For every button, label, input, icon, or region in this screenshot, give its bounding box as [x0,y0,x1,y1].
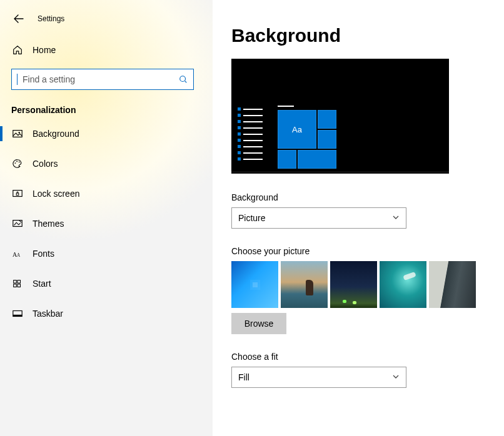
dropdown-value: Picture [238,213,266,223]
sidebar-item-label: Colors [33,159,58,169]
taskbar-icon [11,307,24,320]
preview-tile [318,110,336,129]
wallpaper-thumbnail[interactable] [429,261,476,308]
preview-taskbar [231,171,449,174]
sidebar-item-label: Fonts [33,249,54,259]
preview-start-header [278,106,294,107]
svg-text:A: A [17,253,21,258]
fit-dropdown[interactable]: Fill [231,367,406,388]
sidebar-item-colors[interactable]: Colors [0,149,213,179]
desktop-preview: Aa [231,59,449,174]
palette-icon [11,157,24,170]
svg-point-4 [16,161,18,162]
chevron-down-icon [392,213,400,223]
sidebar-item-lock-screen[interactable]: Lock screen [0,179,213,209]
sidebar-item-label: Start [33,279,51,289]
back-button[interactable] [11,11,26,26]
sidebar-item-label: Background [33,129,79,139]
search-box[interactable] [11,69,194,90]
preview-tiles: Aa [278,110,336,169]
svg-rect-12 [18,280,21,284]
svg-point-3 [15,162,16,164]
background-label: Background [231,192,491,202]
preview-tile [278,150,296,169]
sidebar-item-home[interactable]: Home [0,37,213,62]
wallpaper-thumbnail[interactable] [231,261,278,308]
sidebar-category-title: Personalization [0,90,213,119]
fonts-icon: AA [11,247,24,260]
svg-rect-13 [14,284,17,287]
sidebar-item-label: Lock screen [33,189,79,199]
picture-icon [11,127,24,140]
chevron-down-icon [392,372,400,382]
button-label: Browse [244,319,274,329]
preview-app-list [238,107,263,164]
sidebar-item-label: Themes [33,219,64,229]
choose-picture-label: Choose your picture [231,246,491,256]
main-content: Background Aa Background Picture [213,0,504,436]
svg-rect-7 [16,193,19,196]
svg-rect-16 [13,315,22,317]
page-title: Background [231,25,491,46]
search-input[interactable] [18,74,173,84]
wallpaper-thumbnail[interactable] [380,261,426,308]
preview-tile [318,130,336,149]
sidebar-item-themes[interactable]: Themes [0,209,213,239]
svg-rect-14 [18,284,21,287]
sidebar-item-label: Taskbar [33,309,63,319]
arrow-left-icon [14,14,24,24]
background-dropdown[interactable]: Picture [231,207,406,229]
start-icon [11,277,24,290]
app-title: Settings [38,14,64,23]
sidebar-item-start[interactable]: Start [0,269,213,299]
sidebar-item-background[interactable]: Background [0,119,213,149]
search-icon [173,69,193,89]
home-icon [11,44,24,56]
themes-icon [11,217,24,230]
svg-point-5 [19,161,20,162]
title-bar: Settings [0,6,213,31]
svg-rect-11 [14,280,17,284]
wallpaper-thumbnail[interactable] [281,261,328,308]
dropdown-value: Fill [238,372,249,382]
svg-point-0 [180,76,186,82]
svg-rect-1 [13,131,22,137]
preview-tile-sample-text: Aa [278,110,316,149]
svg-point-2 [19,132,20,133]
lock-screen-icon [11,187,24,200]
picture-thumbnails [231,261,491,308]
sidebar: Settings Home Personalization Background… [0,0,213,436]
choose-fit-label: Choose a fit [231,352,491,362]
sidebar-item-label: Home [33,45,56,55]
wallpaper-thumbnail[interactable] [330,261,377,308]
sidebar-item-taskbar[interactable]: Taskbar [0,299,213,329]
sidebar-item-fonts[interactable]: AA Fonts [0,239,213,269]
preview-tile [298,150,336,169]
browse-button[interactable]: Browse [231,313,286,334]
